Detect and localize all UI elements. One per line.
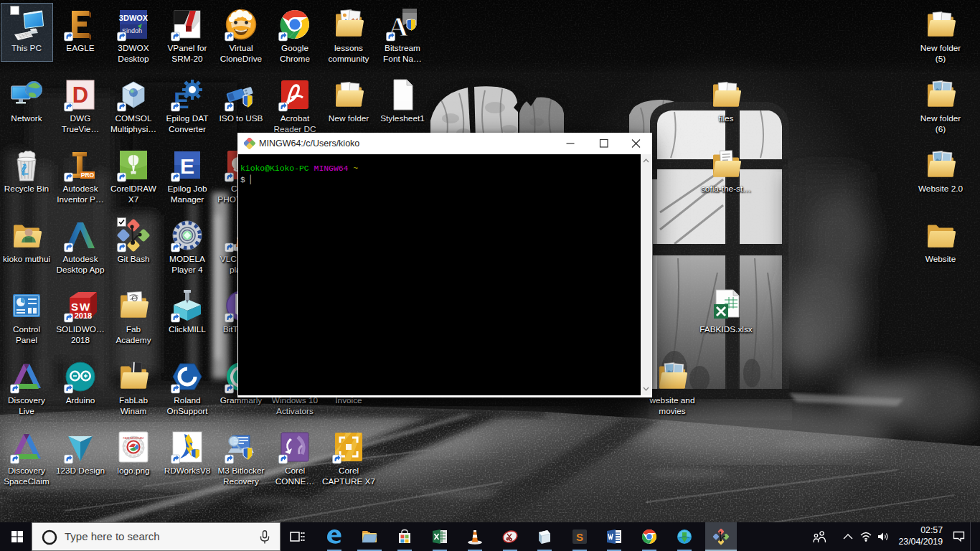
svg-text:S: S: [576, 531, 583, 543]
